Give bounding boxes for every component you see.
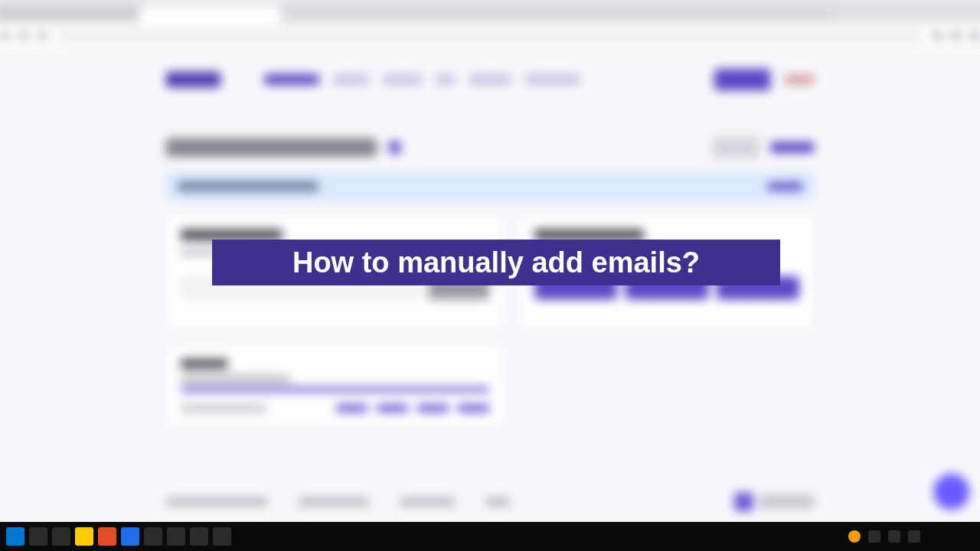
browser-tab-strip [0, 2, 980, 23]
nav-item[interactable] [383, 74, 422, 85]
tray-icon[interactable] [908, 530, 920, 543]
windows-taskbar [0, 522, 980, 551]
primary-cta-button[interactable] [714, 69, 770, 91]
start-button[interactable] [6, 527, 24, 546]
nav-item[interactable] [436, 74, 455, 85]
taskbar-icon[interactable] [98, 527, 116, 546]
app-logo[interactable] [166, 72, 220, 87]
taskbar-icon[interactable] [213, 527, 231, 546]
browser-tab[interactable] [0, 5, 137, 22]
upgrade-link[interactable] [770, 142, 814, 153]
card-title [534, 230, 644, 240]
taskbar-icon[interactable] [190, 527, 208, 546]
browser-tab[interactable] [284, 5, 831, 22]
footer [166, 493, 815, 511]
taskbar-icon[interactable] [144, 527, 162, 546]
footer-link[interactable] [299, 497, 369, 507]
card-title [181, 230, 283, 240]
page-title-row [166, 136, 815, 158]
taskbar-icon[interactable] [167, 527, 185, 546]
credits-block [713, 136, 760, 158]
format-link[interactable] [377, 404, 408, 412]
card-subtitle [181, 375, 290, 383]
footer-link[interactable] [400, 497, 455, 507]
nav-item[interactable] [333, 74, 369, 85]
nav-item[interactable] [525, 74, 580, 85]
usage-progress-bar [181, 387, 489, 392]
info-icon[interactable] [387, 141, 401, 155]
review-badge[interactable] [734, 493, 814, 511]
page-title [166, 138, 377, 156]
tray-icon[interactable] [888, 530, 900, 543]
chat-launcher-button[interactable] [933, 474, 969, 510]
login-link[interactable] [785, 75, 815, 84]
format-link[interactable] [336, 404, 368, 412]
taskbar-icon[interactable] [121, 527, 139, 546]
footer-link[interactable] [486, 497, 510, 507]
extension-icon[interactable] [932, 31, 942, 41]
nav-item[interactable] [264, 74, 318, 85]
video-title-overlay: How to manually add emails? [212, 240, 780, 285]
g2-text [760, 495, 814, 509]
format-link[interactable] [458, 404, 489, 412]
browser-toolbar [0, 23, 980, 51]
taskbar-clock[interactable] [928, 528, 974, 545]
reload-button[interactable] [37, 31, 47, 41]
tray-icon[interactable] [868, 530, 880, 543]
info-banner [166, 172, 815, 201]
taskbar-icon[interactable] [52, 527, 70, 546]
extension-icon[interactable] [951, 31, 962, 41]
banner-dismiss-link[interactable] [768, 183, 802, 191]
back-button[interactable] [0, 31, 11, 41]
footer-link[interactable] [166, 497, 268, 507]
card-title [181, 359, 227, 368]
app-header [166, 58, 815, 100]
banner-text [178, 182, 318, 191]
nav-item[interactable] [469, 74, 511, 85]
taskbar-icon[interactable] [29, 527, 47, 546]
format-link[interactable] [417, 404, 449, 412]
forward-button[interactable] [18, 31, 29, 41]
formats-label [181, 404, 266, 412]
tray-icon[interactable] [848, 530, 861, 543]
browser-tab-active[interactable] [140, 5, 281, 22]
browser-menu-icon[interactable] [969, 31, 980, 41]
taskbar-icon[interactable] [75, 527, 93, 546]
address-bar[interactable] [56, 28, 924, 44]
page-content [0, 49, 980, 527]
usage-card [166, 344, 505, 427]
g2-icon [734, 493, 753, 511]
